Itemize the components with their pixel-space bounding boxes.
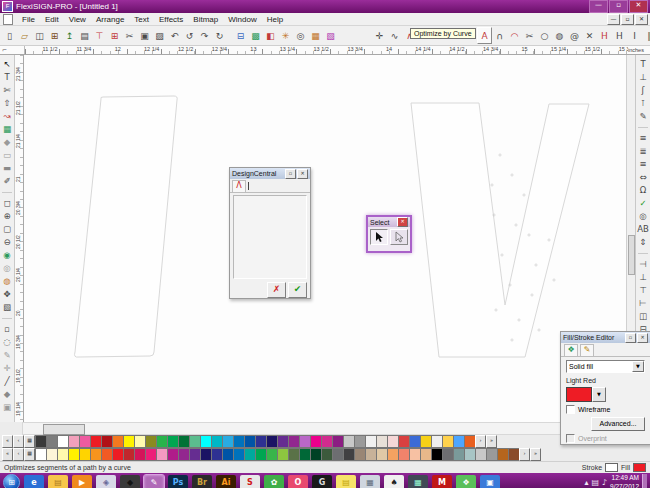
letter-I-outline[interactable]	[75, 96, 178, 357]
open-file-icon[interactable]: ▱	[17, 27, 32, 44]
text-script-tool-icon[interactable]: ʃ	[637, 83, 650, 96]
align-top-tool-icon[interactable]: ⊤	[637, 283, 650, 296]
arc-segment-icon[interactable]: ∩	[492, 27, 507, 44]
redo-icon[interactable]: ↷	[197, 27, 212, 44]
path-tab-icon[interactable]: Λ	[232, 180, 246, 192]
paste-icon[interactable]: ▨	[152, 27, 167, 44]
mdi-button-0[interactable]: —	[607, 14, 620, 25]
menu-effects[interactable]: Effects	[154, 15, 188, 24]
color-swatch[interactable]	[566, 387, 592, 402]
menu-bitmap[interactable]: Bitmap	[188, 15, 223, 24]
fit-page-tool-icon[interactable]: ▢	[1, 222, 14, 235]
design-central-titlebar[interactable]: DesignCentral ▫✕	[230, 168, 310, 179]
fill-shape-tool-icon[interactable]: ◆	[1, 387, 14, 400]
start-button[interactable]: ⊞	[3, 474, 20, 488]
taskbar-file-box[interactable]: ▣	[480, 475, 500, 488]
eyedropper-tool-icon[interactable]: ✐	[1, 174, 14, 187]
taskbar-solitaire[interactable]: ♠	[384, 475, 404, 488]
bezier-tool-icon[interactable]: ↝	[1, 109, 14, 122]
taskbar-media-player[interactable]: ▶	[72, 475, 92, 488]
optimize-select-icon[interactable]: ✛	[372, 27, 387, 44]
t-square-icon[interactable]: ⊤	[92, 27, 107, 44]
save-icon[interactable]: ◫	[32, 27, 47, 44]
export-icon[interactable]: ↥	[62, 27, 77, 44]
align-h-red-icon[interactable]: H	[597, 27, 612, 44]
open-circle-icon[interactable]: ○	[537, 27, 552, 44]
page-tool-icon[interactable]: ▧	[1, 300, 14, 313]
tray-expand-icon[interactable]: ▴	[584, 478, 588, 487]
taskbar-phone-calculator[interactable]: ▦	[408, 475, 428, 488]
wireframe-checkbox[interactable]	[566, 405, 575, 414]
print-icon[interactable]: ▤	[77, 27, 92, 44]
pan-tool-icon[interactable]: ✥	[1, 287, 14, 300]
paragraph-right-icon[interactable]: ≡	[637, 157, 650, 170]
taskbar-red-s-app[interactable]: S	[240, 475, 260, 488]
save-as-icon[interactable]: ⊞	[47, 27, 62, 44]
round-curve-icon[interactable]: ◠	[507, 27, 522, 44]
path-edit-tool-icon[interactable]: ✄	[1, 83, 14, 96]
palette-last-button[interactable]: »	[530, 448, 541, 461]
marquee-select-tool-icon[interactable]: ▫	[1, 322, 14, 335]
taskbar-file-explorer[interactable]: ▤	[48, 475, 68, 488]
document-icon[interactable]	[3, 14, 13, 25]
menu-window[interactable]: Window	[223, 15, 261, 24]
panel-button-1[interactable]: ✕	[297, 169, 308, 179]
select-cursor-button[interactable]	[370, 229, 388, 245]
palette-prev-button[interactable]: ‹	[13, 448, 24, 461]
close-button[interactable]: ✕	[629, 0, 648, 13]
gradient-tool-icon[interactable]: ▦	[1, 122, 14, 135]
taskbar-clock[interactable]: 12:49 AM 9/27/2012	[610, 474, 639, 488]
palette-prev-button[interactable]: ‹	[13, 435, 24, 448]
apply-button[interactable]: ✔	[288, 282, 307, 298]
swatch-zoom-tool-icon[interactable]: ◍	[1, 274, 14, 287]
design-canvas[interactable]	[24, 55, 626, 422]
fill-swatch[interactable]	[633, 463, 646, 472]
panel-button-0[interactable]: ▫	[285, 169, 296, 179]
taskbar-office-o[interactable]: O	[288, 475, 308, 488]
menu-text[interactable]: Text	[129, 15, 154, 24]
bitmap-fill-icon[interactable]: ▧	[323, 27, 338, 44]
text-vertical-tool-icon[interactable]: ⊺	[637, 96, 650, 109]
design-central-icon[interactable]: ⊟	[233, 27, 248, 44]
fill-stroke-titlebar[interactable]: Fill/Stroke Editor ▫✕	[561, 332, 650, 343]
text-select-tool-icon[interactable]: ⊥	[637, 70, 650, 83]
break-path-icon[interactable]: ✂	[522, 27, 537, 44]
i-beam-icon[interactable]: I	[627, 27, 642, 44]
zoom-in-tool-icon[interactable]: ⊕	[1, 209, 14, 222]
ruler-origin[interactable]: ⌐	[0, 46, 25, 54]
cut-icon[interactable]: ✂	[122, 27, 137, 44]
lasso-tool-icon[interactable]: ◌	[1, 335, 14, 348]
text-horizontal-tool-icon[interactable]: T	[637, 57, 650, 70]
taskbar-coreldraw[interactable]: ✿	[264, 475, 284, 488]
line-spacing-tool-icon[interactable]: ⇕	[637, 235, 650, 248]
palette-set-button[interactable]: ▦	[24, 435, 35, 448]
arrange-tool-icon[interactable]: ⇧	[1, 96, 14, 109]
advanced-button[interactable]: Advanced...	[591, 417, 645, 431]
taskbar-photoshop[interactable]: Ps	[168, 475, 188, 488]
color-specs-icon[interactable]: ▩	[248, 27, 263, 44]
select-tool-icon[interactable]: ↖	[1, 57, 14, 70]
stroke-tab-icon[interactable]: ✎	[580, 344, 594, 356]
volume-icon[interactable]: ♪	[602, 478, 607, 487]
undo-all-icon[interactable]: ↺	[182, 27, 197, 44]
taskbar-g-key[interactable]: G	[312, 475, 332, 488]
text-path-tool-icon[interactable]: ✎	[637, 109, 650, 122]
spiral-icon[interactable]: @	[567, 27, 582, 44]
menu-edit[interactable]: Edit	[40, 15, 64, 24]
palette-next-button[interactable]: ›	[519, 448, 530, 461]
rectangle-tool-icon[interactable]: ▭	[1, 148, 14, 161]
taskbar-tablet-wedge[interactable]: ◆	[120, 475, 140, 488]
stroke-swatch[interactable]	[605, 463, 618, 472]
align-h-icon[interactable]: H	[612, 27, 627, 44]
symbol-tool-icon[interactable]: Ω	[637, 183, 650, 196]
horizontal-scrollbar[interactable]	[22, 422, 628, 435]
taskbar-flexisign[interactable]: ✎	[144, 475, 164, 488]
menu-help[interactable]: Help	[262, 15, 288, 24]
color-mixer-icon[interactable]: ✳	[278, 27, 293, 44]
find-replace-tool-icon[interactable]: ◎	[637, 209, 650, 222]
paragraph-left-icon[interactable]: ≡	[637, 131, 650, 144]
zoom-out-tool-icon[interactable]: ⊖	[1, 235, 14, 248]
measure-tool-icon[interactable]: ▬	[1, 161, 14, 174]
fill-type-select[interactable]: Solid fill ▼	[566, 360, 645, 373]
palette-set-button[interactable]: ▦	[24, 448, 35, 461]
